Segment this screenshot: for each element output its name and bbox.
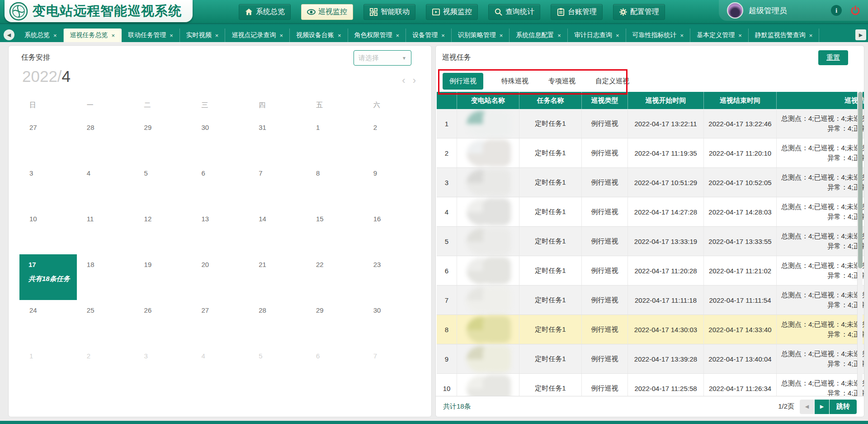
calendar-day[interactable]: 31 — [249, 117, 306, 163]
calendar-day[interactable]: 7 — [249, 163, 306, 209]
calendar-day[interactable]: 27 — [191, 300, 249, 346]
calendar-day[interactable]: 18 — [77, 254, 134, 300]
table-row[interactable]: 10定时任务1例行巡视2022-04-17 11:25:582022-04-17… — [437, 374, 864, 397]
tab-close-icon[interactable]: × — [616, 32, 619, 39]
prev-page-icon[interactable]: ◀ — [800, 400, 814, 414]
inspection-type-tab-0[interactable]: 例行巡视 — [443, 73, 483, 90]
calendar-day[interactable]: 16 — [363, 209, 421, 254]
calendar-day[interactable]: 19 — [134, 254, 192, 300]
tab-scroll-left-icon[interactable]: ◀ — [4, 29, 14, 40]
tab-close-icon[interactable]: × — [809, 32, 813, 39]
calendar-day[interactable]: 28 — [77, 117, 134, 163]
tab-item-4[interactable]: 巡视点记录查询× — [225, 29, 290, 42]
tab-close-icon[interactable]: × — [53, 32, 57, 39]
calendar-day[interactable]: 1 — [19, 346, 77, 391]
tab-close-icon[interactable]: × — [738, 32, 742, 39]
table-row[interactable]: 5定时任务1例行巡视2022-04-17 13:33:192022-04-17 … — [437, 227, 864, 256]
nav-link-grid-button[interactable]: 智能联动 — [363, 4, 415, 20]
tab-item-6[interactable]: 角色权限管理× — [348, 29, 406, 42]
calendar-day[interactable]: 3 — [134, 346, 192, 391]
tab-close-icon[interactable]: × — [557, 32, 561, 39]
calendar-day[interactable]: 28 — [249, 300, 306, 346]
tab-item-3[interactable]: 实时视频× — [180, 29, 226, 42]
station-select[interactable]: 请选择 ▼ — [354, 50, 411, 66]
calendar-day[interactable]: 7 — [363, 346, 421, 391]
tab-item-5[interactable]: 视频设备台账× — [290, 29, 348, 42]
nav-home-button[interactable]: 系统总览 — [239, 4, 291, 20]
calendar-next-icon[interactable]: › — [413, 76, 416, 86]
next-page-icon[interactable]: ▶ — [815, 400, 829, 414]
calendar-day[interactable]: 11 — [77, 209, 134, 254]
nav-eye-button[interactable]: 巡视监控 — [301, 4, 353, 20]
calendar-day[interactable]: 23 — [363, 254, 421, 300]
table-row[interactable]: 8定时任务1例行巡视2022-04-17 14:30:032022-04-17 … — [437, 315, 864, 344]
tab-item-13[interactable]: 静默监视告警查询× — [749, 29, 820, 42]
calendar-day[interactable]: 6 — [191, 163, 249, 209]
reset-button[interactable]: 重置 — [818, 50, 848, 65]
table-row[interactable]: 1定时任务1例行巡视2022-04-17 13:22:112022-04-17 … — [437, 109, 864, 138]
calendar-day[interactable]: 1 — [306, 117, 363, 163]
calendar-day[interactable]: 29 — [134, 117, 192, 163]
calendar-day[interactable]: 25 — [77, 300, 134, 346]
avatar[interactable] — [727, 2, 743, 19]
logout-power-icon[interactable] — [850, 5, 861, 16]
tab-close-icon[interactable]: × — [680, 32, 684, 39]
calendar-day[interactable]: 26 — [134, 300, 192, 346]
nav-gear-button[interactable]: 配置管理 — [613, 4, 665, 20]
calendar-day[interactable]: 30 — [191, 117, 249, 163]
calendar-day[interactable]: 4 — [77, 163, 134, 209]
calendar-day[interactable]: 8 — [306, 163, 363, 209]
calendar-day[interactable]: 24 — [19, 300, 77, 346]
tab-item-9[interactable]: 系统信息配置× — [509, 29, 568, 42]
calendar-day[interactable]: 29 — [306, 300, 363, 346]
tab-item-1[interactable]: 巡视任务总览× — [64, 29, 122, 42]
table-row[interactable]: 9定时任务1例行巡视2022-04-17 13:39:282022-04-17 … — [437, 344, 864, 374]
table-row[interactable]: 7定时任务1例行巡视2022-04-17 11:11:182022-04-17 … — [437, 286, 864, 315]
jump-button[interactable]: 跳转 — [830, 400, 857, 414]
tab-item-2[interactable]: 联动任务管理× — [122, 29, 180, 42]
info-icon[interactable]: i — [831, 5, 842, 16]
calendar-day[interactable]: 20 — [191, 254, 249, 300]
inspection-type-tab-2[interactable]: 专项巡视 — [547, 73, 577, 90]
calendar-day[interactable]: 14 — [249, 209, 306, 254]
table-row[interactable]: 2定时任务1例行巡视2022-04-17 11:19:352022-04-17 … — [437, 138, 864, 168]
nav-ledger-button[interactable]: 台账管理 — [551, 4, 603, 20]
calendar-day[interactable]: 15 — [306, 209, 363, 254]
table-row[interactable]: 6定时任务1例行巡视2022-04-17 11:20:282022-04-17 … — [437, 256, 864, 286]
calendar-day[interactable]: 2 — [363, 117, 421, 163]
calendar-day[interactable]: 5 — [134, 163, 192, 209]
calendar-day[interactable]: 10 — [19, 209, 77, 254]
calendar-day[interactable]: 12 — [134, 209, 192, 254]
tab-close-icon[interactable]: × — [215, 32, 219, 39]
tab-item-7[interactable]: 设备管理× — [406, 29, 452, 42]
tab-close-icon[interactable]: × — [338, 32, 341, 39]
tab-item-8[interactable]: 识别策略管理× — [452, 29, 510, 42]
tab-close-icon[interactable]: × — [441, 32, 445, 39]
tab-close-icon[interactable]: × — [170, 32, 173, 39]
tab-close-icon[interactable]: × — [112, 32, 115, 39]
calendar-day[interactable]: 30 — [363, 300, 421, 346]
inspection-type-tab-1[interactable]: 特殊巡视 — [500, 73, 530, 90]
calendar-day[interactable]: 3 — [19, 163, 77, 209]
calendar-day-selected[interactable]: 17共有18条任务 — [19, 254, 77, 300]
tab-item-0[interactable]: 系统总览× — [18, 29, 64, 42]
tab-scroll-right-icon[interactable]: ▶ — [855, 29, 866, 40]
nav-video-button[interactable]: 视频监控 — [426, 4, 478, 20]
table-row[interactable]: 3定时任务1例行巡视2022-04-17 10:51:292022-04-17 … — [437, 168, 864, 197]
calendar-day[interactable]: 22 — [306, 254, 363, 300]
tab-close-icon[interactable]: × — [396, 32, 400, 39]
calendar-day[interactable]: 5 — [249, 346, 306, 391]
calendar-day[interactable]: 6 — [306, 346, 363, 391]
calendar-day[interactable]: 27 — [19, 117, 77, 163]
calendar-prev-icon[interactable]: ‹ — [402, 76, 405, 86]
scrollbar-thumb[interactable] — [858, 92, 863, 268]
calendar-day[interactable]: 4 — [191, 346, 249, 391]
calendar-day[interactable]: 2 — [77, 346, 134, 391]
tab-close-icon[interactable]: × — [279, 32, 283, 39]
table-scrollbar[interactable] — [857, 92, 863, 397]
tab-item-10[interactable]: 审计日志查询× — [568, 29, 626, 42]
tab-item-12[interactable]: 基本定义管理× — [690, 29, 749, 42]
calendar-day[interactable]: 13 — [191, 209, 249, 254]
nav-search-button[interactable]: 查询统计 — [488, 4, 540, 20]
calendar-day[interactable]: 9 — [363, 163, 421, 209]
